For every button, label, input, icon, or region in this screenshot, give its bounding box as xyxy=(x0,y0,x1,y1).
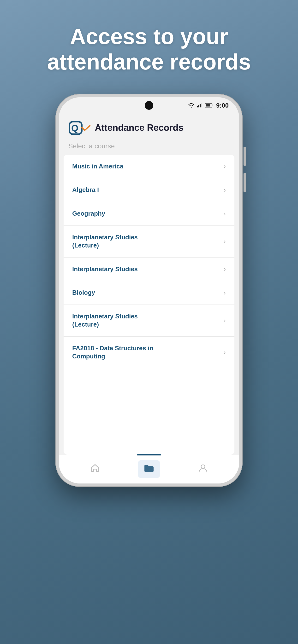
status-time: 9:00 xyxy=(216,102,229,109)
svg-rect-3 xyxy=(201,103,202,108)
volume-down-button[interactable] xyxy=(244,173,246,192)
app-header: Q Attendance Records xyxy=(59,114,239,140)
chevron-right-icon: › xyxy=(224,289,226,296)
nav-home[interactable] xyxy=(84,460,106,478)
svg-point-6 xyxy=(201,465,205,468)
logo-check-icon xyxy=(81,125,90,131)
folder-icon xyxy=(143,463,155,475)
battery-icon xyxy=(205,103,212,108)
status-icons: 9:00 xyxy=(188,102,229,109)
svg-rect-2 xyxy=(200,104,201,107)
course-name: Geography xyxy=(72,210,220,218)
course-name: Interplanetary Studies xyxy=(72,265,220,273)
app-logo: Q xyxy=(68,121,90,135)
course-item-interplanetary-studies[interactable]: Interplanetary Studies › xyxy=(64,258,234,281)
wifi-icon xyxy=(188,103,195,108)
course-item-geography[interactable]: Geography › xyxy=(64,202,234,226)
select-course-label: Select a course xyxy=(59,140,239,155)
home-icon xyxy=(90,463,100,475)
status-bar: 9:00 xyxy=(59,97,239,114)
svg-rect-0 xyxy=(197,106,198,108)
course-item-algebra-i[interactable]: Algebra I › xyxy=(64,178,234,202)
chevron-right-icon: › xyxy=(224,210,226,218)
course-name: Interplanetary Studies(Lecture) xyxy=(72,312,220,329)
bottom-nav xyxy=(59,455,239,484)
course-name: FA2018 - Data Structures inComputing xyxy=(72,344,220,360)
chevron-right-icon: › xyxy=(224,265,226,273)
phone-screen: 9:00 Q Attendance Records xyxy=(59,97,239,484)
course-item-music-in-america[interactable]: Music in America › xyxy=(64,155,234,178)
chevron-right-icon: › xyxy=(224,186,226,194)
course-name: Interplanetary Studies(Lecture) xyxy=(72,233,220,250)
profile-icon xyxy=(198,463,208,475)
course-list: Music in America › Algebra I › Geography… xyxy=(64,155,234,455)
camera-notch xyxy=(145,101,153,110)
course-name: Music in America xyxy=(72,162,220,170)
course-name: Algebra I xyxy=(72,186,220,194)
volume-up-button[interactable] xyxy=(244,146,246,166)
course-item-interplanetary-lecture-2[interactable]: Interplanetary Studies(Lecture) › xyxy=(64,305,234,336)
hero-title: Access to your attendance records xyxy=(0,24,298,75)
signal-icon xyxy=(197,103,202,108)
svg-rect-1 xyxy=(198,105,199,107)
chevron-right-icon: › xyxy=(224,238,226,245)
nav-records[interactable] xyxy=(138,460,160,478)
course-name: Biology xyxy=(72,289,220,297)
nav-profile[interactable] xyxy=(192,460,214,478)
chevron-right-icon: › xyxy=(224,317,226,324)
course-item-interplanetary-lecture-1[interactable]: Interplanetary Studies(Lecture) › xyxy=(64,226,234,258)
svg-text:Q: Q xyxy=(71,123,78,133)
logo-q-icon: Q xyxy=(68,121,83,135)
chevron-right-icon: › xyxy=(224,348,226,356)
phone-frame: 9:00 Q Attendance Records xyxy=(55,94,243,487)
app-content: Q Attendance Records Select a course Mus… xyxy=(59,114,239,484)
chevron-right-icon: › xyxy=(224,162,226,170)
course-item-data-structures[interactable]: FA2018 - Data Structures inComputing › xyxy=(64,336,234,368)
app-title: Attendance Records xyxy=(95,123,184,133)
course-item-biology[interactable]: Biology › xyxy=(64,281,234,305)
